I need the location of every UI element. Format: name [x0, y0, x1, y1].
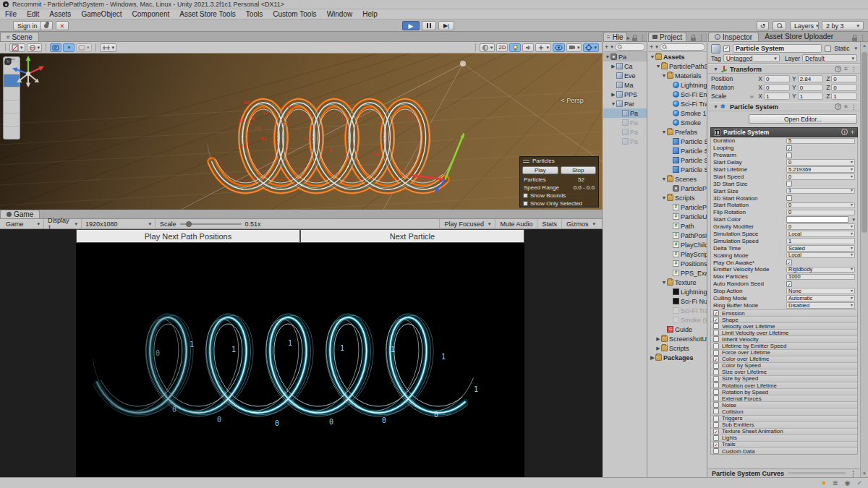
gizmo-2d-button[interactable]: ▾ [27, 43, 43, 52]
project-item-row[interactable]: ▼Scenes [648, 174, 707, 184]
module-toggle-external-forces[interactable]: External Forces [711, 395, 857, 401]
checkbox[interactable]: ✓ [713, 310, 719, 316]
show-only-selected-checkbox[interactable]: Show Only Selected [520, 200, 598, 207]
snap-button[interactable]: ▾ [100, 43, 117, 52]
ps-field-value[interactable]: 0▾ [786, 174, 855, 180]
hierarchy-item-row[interactable]: Eve [603, 71, 647, 80]
transform-rotation-y-field[interactable]: 0 [798, 84, 824, 91]
module-toggle-inherit-velocity[interactable]: Inherit Velocity [711, 335, 857, 342]
module-toggle-lifetime-by-emitter-speed[interactable]: Lifetime by Emitter Speed [711, 342, 857, 348]
menu-item-tools[interactable]: Tools [241, 9, 268, 20]
project-item-row[interactable]: PositionsG [648, 259, 707, 268]
project-item-row[interactable]: Sci-Fi En [648, 90, 707, 99]
ps-field-value[interactable]: 0▾ [786, 223, 855, 230]
tab-overflow-icon[interactable]: ▸ [627, 35, 630, 41]
project-item-row[interactable]: Particle S [648, 137, 707, 146]
module-toggle-shape[interactable]: ✓Shape [711, 316, 857, 322]
project-item-row[interactable]: PPS_Exam [648, 268, 707, 278]
checkbox[interactable] [713, 382, 719, 388]
checkbox[interactable] [713, 363, 719, 369]
hierarchy-item-row[interactable]: Pa [603, 108, 647, 118]
project-item-row[interactable]: ParticleUV [648, 212, 707, 221]
chevron-down-icon[interactable]: ▾ [851, 202, 853, 208]
project-item-row[interactable]: PathPositi [648, 231, 707, 240]
project-item-row[interactable]: ▼Scripts [648, 193, 707, 202]
ps-field-value[interactable]: Scaled▾ [786, 245, 855, 252]
transform-rotation-z-field[interactable]: 0 [831, 84, 857, 91]
help-icon[interactable]: ? [835, 103, 841, 110]
help-icon[interactable]: ? [835, 66, 841, 72]
collab-error-button[interactable]: × [56, 21, 69, 30]
scene-visibility-button[interactable] [50, 43, 61, 52]
overlay-stop-button[interactable]: Stop [561, 166, 597, 174]
foldout-icon[interactable]: ▼ [661, 280, 667, 285]
tab-hierarchy[interactable]: ≡Hie [603, 32, 627, 41]
game-mode-dropdown[interactable]: Game▾ [2, 219, 44, 228]
module-toggle-texture-sheet-animation[interactable]: ✓Texture Sheet Animation [711, 428, 857, 435]
transform-rotation-x-field[interactable]: 0 [764, 84, 790, 91]
rect-tool-button[interactable] [4, 113, 20, 126]
project-search-input[interactable] [660, 43, 705, 51]
persp-label[interactable]: < Persp [544, 97, 600, 104]
project-item-row[interactable]: Lightning5 [648, 80, 707, 90]
project-item-row[interactable]: Path [648, 221, 707, 231]
project-item-row[interactable]: Lightning5 [648, 287, 707, 296]
checkbox[interactable] [713, 435, 719, 441]
active-checkbox[interactable]: ✓ [723, 46, 730, 52]
checkbox[interactable] [713, 369, 719, 375]
kebab-menu-icon[interactable]: ⋮ [639, 34, 646, 41]
chevron-down-icon[interactable]: ▾ [851, 296, 853, 301]
scroll-up-icon[interactable]: ▲ [861, 43, 868, 48]
checkbox[interactable] [713, 323, 719, 329]
checkbox[interactable] [713, 376, 719, 382]
transform-scale-z-field[interactable]: 1 [831, 93, 857, 100]
scene-visibility-dropdown[interactable]: ▾ [63, 43, 75, 52]
foldout-icon[interactable]: ▼ [650, 54, 655, 59]
ps-field-value[interactable]: Local▾ [786, 252, 855, 259]
ps-field-value[interactable]: 1▾ [786, 188, 855, 194]
draw-mode-button[interactable]: ▾ [9, 43, 25, 52]
progress-icon[interactable]: ✓ [856, 479, 862, 487]
project-item-row[interactable]: ▶ScreenshotUtil [648, 334, 707, 343]
module-toggle-color-by-speed[interactable]: Color by Speed [711, 362, 857, 369]
stats-button[interactable]: Stats [537, 219, 561, 228]
menu-item-assets[interactable]: Assets [44, 9, 76, 20]
ps-field-value[interactable]: 1 [786, 238, 855, 244]
checkbox[interactable] [713, 448, 719, 454]
foldout-icon[interactable]: ▼ [661, 73, 667, 78]
chevron-down-icon[interactable]: ▾ [851, 246, 853, 252]
project-item-row[interactable]: ParticlePa [648, 202, 707, 212]
scene-orientation-gizmo[interactable]: z [0, 53, 56, 95]
ps-field-value[interactable]: Local▾ [786, 231, 855, 237]
menu-item-custom-tools[interactable]: Custom Tools [268, 9, 321, 20]
link-icon[interactable]: ∞ [750, 94, 756, 99]
lock-icon[interactable] [852, 38, 857, 41]
tab-game[interactable]: Game [0, 210, 40, 218]
audio-toggle-button[interactable] [522, 43, 534, 52]
module-toggle-lights[interactable]: Lights [711, 435, 857, 441]
project-item-row[interactable]: ▼Prefabs [648, 127, 707, 137]
ps-field-value[interactable]: Disabled▾ [786, 302, 855, 309]
checkbox[interactable]: ✓ [786, 281, 792, 287]
tag-dropdown[interactable]: Untagged▾ [723, 54, 780, 62]
project-item-row[interactable]: Sci-Fi Tra [648, 99, 707, 108]
ps-field-value[interactable]: Rigidbody▾ [786, 267, 855, 273]
scale-slider[interactable] [180, 223, 242, 225]
project-item-row[interactable]: ▼Assets [648, 52, 707, 61]
module-toggle-rotation-by-speed[interactable]: Rotation by Speed [711, 388, 857, 395]
gizmos-toggle-dropdown[interactable]: ▾ [583, 43, 599, 52]
module-toggle-color-over-lifetime[interactable]: ✓Color over Lifetime [711, 356, 857, 362]
lighting-toggle-button[interactable] [509, 43, 521, 52]
2d-toggle-button[interactable]: 2D [496, 43, 508, 52]
ps-field-value[interactable]: Automatic▾ [786, 295, 855, 301]
kebab-menu-icon[interactable]: ⋮ [851, 103, 857, 111]
transform-position-y-field[interactable]: 2.84 [798, 75, 824, 82]
ps-field-value[interactable]: 0▾ [786, 202, 855, 209]
cache-server-icon[interactable]: ≣ [833, 479, 838, 487]
checkbox[interactable] [713, 336, 719, 342]
color-swatch[interactable] [786, 216, 848, 223]
project-item-row[interactable]: Particle S [648, 146, 707, 155]
project-item-row[interactable]: Smoke [648, 118, 707, 127]
chevron-down-icon[interactable]: ▾ [851, 167, 853, 173]
menu-item-gameobject[interactable]: GameObject [76, 9, 127, 20]
